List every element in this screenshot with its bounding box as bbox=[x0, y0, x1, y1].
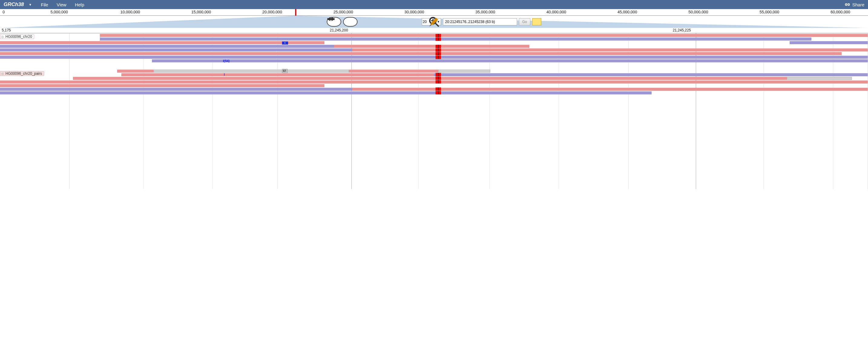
alignment-read[interactable] bbox=[334, 45, 529, 48]
alignment-read[interactable] bbox=[789, 41, 868, 44]
mismatch-marker[interactable]: C bbox=[282, 41, 288, 44]
alignment-read[interactable] bbox=[100, 37, 811, 40]
insertion-marker[interactable]: I bbox=[224, 73, 225, 76]
ruler-label: 21,245,200 bbox=[330, 28, 348, 32]
ruler-tick: 40,000,000 bbox=[547, 10, 566, 14]
variant-marker[interactable]: TT bbox=[435, 34, 441, 37]
view-marker[interactable] bbox=[295, 9, 296, 16]
genome-select[interactable]: GRCh38 ▼ bbox=[4, 1, 32, 7]
navigation-toolbar: ▼ Go bbox=[327, 17, 541, 27]
alignment-read[interactable] bbox=[153, 70, 349, 73]
share-button[interactable]: Share bbox=[844, 2, 864, 7]
region-ruler[interactable]: 5,17521,245,20021,245,225 bbox=[0, 28, 868, 33]
alignment-read[interactable] bbox=[0, 84, 324, 87]
ruler-label: 21,245,225 bbox=[673, 28, 691, 32]
ruler-tick: 0 bbox=[3, 10, 5, 14]
variant-marker[interactable]: TT bbox=[435, 80, 441, 84]
insertion-marker[interactable]: I(S4) bbox=[223, 59, 230, 63]
variant-marker[interactable]: TT bbox=[435, 56, 441, 59]
ruler-tick: 20,000,000 bbox=[262, 10, 282, 14]
variant-marker[interactable]: TT bbox=[435, 88, 441, 91]
track-label: HG00096_chr20_pairs bbox=[5, 71, 42, 76]
ruler-tick: 60,000,000 bbox=[831, 10, 850, 14]
ruler-tick: 30,000,000 bbox=[404, 10, 424, 14]
alignment-read[interactable] bbox=[438, 70, 490, 73]
alignment-read[interactable] bbox=[117, 70, 153, 73]
ruler-tick: 50,000,000 bbox=[688, 10, 708, 14]
ruler-tick: 5,000,000 bbox=[51, 10, 68, 14]
variant-marker[interactable]: TT bbox=[435, 91, 441, 94]
tracks-panel[interactable]: ⊗HG00096_chr20TTTTTTTTTTTTCI(S4)⊗HG00096… bbox=[0, 33, 868, 189]
close-track-icon[interactable]: ⊗ bbox=[1, 71, 4, 76]
alignment-read[interactable] bbox=[352, 88, 868, 91]
zoom-wedge: ▼ Go bbox=[0, 16, 868, 28]
track-header[interactable]: ⊗HG00096_chr20_pairs bbox=[0, 71, 44, 76]
chromosome-ruler[interactable]: 05,000,00010,000,00015,000,00020,000,000… bbox=[0, 9, 868, 16]
track-label: HG00096_chr20 bbox=[5, 34, 32, 39]
alignment-read[interactable] bbox=[0, 41, 324, 44]
ruler-tick: 25,000,000 bbox=[334, 10, 353, 14]
read-overlay-label: C/- bbox=[282, 69, 287, 73]
alignment-read[interactable] bbox=[152, 59, 868, 62]
menu-view[interactable]: View bbox=[57, 2, 66, 7]
alignment-read[interactable] bbox=[352, 49, 868, 52]
variant-marker[interactable]: TT bbox=[435, 45, 441, 48]
menu-file[interactable]: File bbox=[41, 2, 48, 7]
menu-bar: GRCh38 ▼ FileViewHelp Share bbox=[0, 0, 868, 9]
ruler-label: 5,175 bbox=[2, 28, 11, 32]
variant-marker[interactable]: TT bbox=[435, 73, 441, 76]
alignment-read[interactable] bbox=[0, 81, 868, 84]
dropdown-icon: ▼ bbox=[29, 3, 32, 6]
ruler-tick: 10,000,000 bbox=[120, 10, 140, 14]
ruler-tick: 45,000,000 bbox=[617, 10, 637, 14]
alignment-read[interactable] bbox=[73, 77, 787, 80]
variant-marker[interactable]: TT bbox=[435, 49, 441, 52]
share-label: Share bbox=[852, 2, 864, 7]
ruler-tick: 15,000,000 bbox=[191, 10, 211, 14]
alignment-read[interactable] bbox=[0, 56, 868, 59]
track-header[interactable]: ⊗HG00096_chr20 bbox=[0, 34, 34, 39]
alignment-read[interactable] bbox=[349, 70, 438, 73]
alignment-read[interactable] bbox=[0, 52, 842, 55]
variant-marker[interactable]: TT bbox=[435, 76, 441, 80]
variant-marker[interactable]: TT bbox=[435, 52, 441, 55]
menu-help[interactable]: Help bbox=[75, 2, 84, 7]
alignment-read[interactable] bbox=[100, 34, 868, 37]
genome-label: GRCh38 bbox=[4, 1, 24, 7]
ruler-tick: 35,000,000 bbox=[475, 10, 495, 14]
close-track-icon[interactable]: ⊗ bbox=[1, 34, 4, 39]
variant-marker[interactable]: TT bbox=[435, 37, 441, 41]
highlight-button[interactable] bbox=[532, 18, 541, 25]
alignment-read[interactable] bbox=[0, 91, 652, 94]
alignment-read[interactable] bbox=[434, 73, 868, 76]
alignment-read[interactable] bbox=[787, 77, 852, 80]
link-icon bbox=[844, 2, 850, 7]
ruler-tick: 55,000,000 bbox=[760, 10, 779, 14]
